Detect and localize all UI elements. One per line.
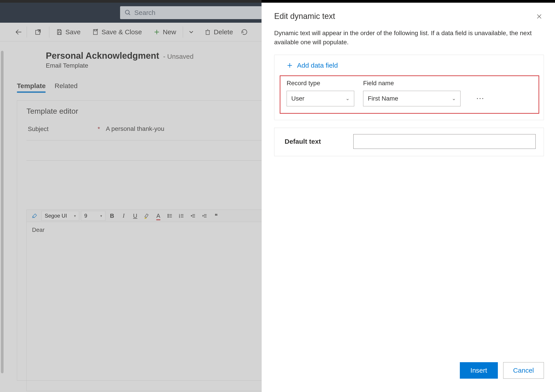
record-type-value: User [291, 95, 304, 102]
field-name-select[interactable]: First Name ⌄ [363, 91, 460, 106]
chevron-down-icon: ⌄ [452, 96, 456, 102]
panel-description: Dynamic text will appear in the order of… [274, 29, 544, 47]
panel-footer: Insert Cancel [274, 362, 544, 383]
data-fields-card: Add data field Record type User ⌄ Field … [274, 55, 544, 120]
close-icon [536, 13, 542, 20]
add-data-field-button[interactable]: Add data field [280, 59, 539, 75]
add-data-field-label: Add data field [297, 62, 338, 69]
chevron-down-icon: ⌄ [345, 96, 350, 102]
record-type-select[interactable]: User ⌄ [287, 91, 354, 106]
edit-dynamic-text-panel: Edit dynamic text Dynamic text will appe… [262, 3, 555, 392]
default-text-card: Default text [274, 128, 544, 156]
field-name-label: Field name [363, 80, 460, 87]
field-name-value: First Name [368, 95, 398, 102]
default-text-input[interactable] [353, 134, 536, 149]
close-button[interactable] [534, 12, 544, 23]
row-more-button[interactable]: ⋯ [476, 91, 485, 106]
modal-scrim [0, 0, 262, 392]
insert-button[interactable]: Insert [460, 362, 498, 379]
data-field-row: Record type User ⌄ Field name First Name… [280, 75, 539, 114]
plus-icon [286, 62, 293, 69]
default-text-label: Default text [285, 138, 321, 145]
cancel-button[interactable]: Cancel [503, 362, 544, 379]
record-type-label: Record type [287, 80, 354, 87]
panel-title: Edit dynamic text [274, 12, 335, 21]
